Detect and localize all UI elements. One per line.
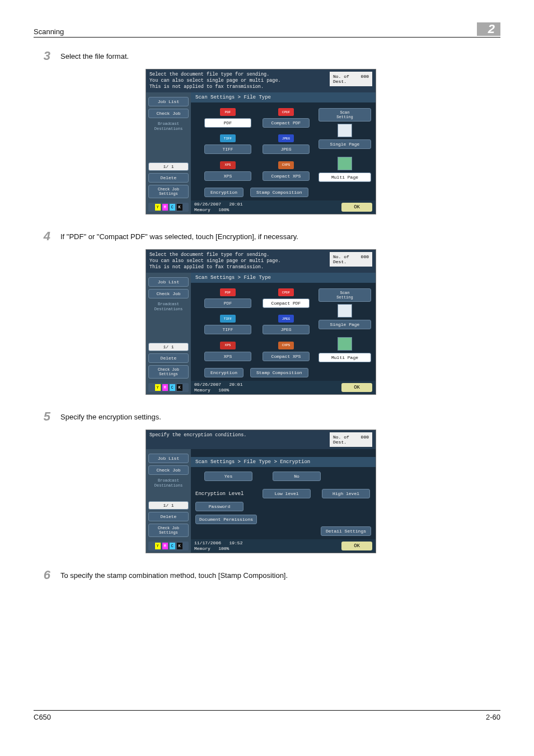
multi-page-label: Multi Page xyxy=(318,353,371,362)
page-header: Scanning 2 xyxy=(34,22,500,38)
check-job-settings-button[interactable]: Check Job Settings xyxy=(148,524,189,537)
pdf-icon: PDF xyxy=(220,288,236,296)
screenshot-encryption: Specify the encryption conditions. No. o… xyxy=(146,430,376,553)
delete-button[interactable]: Delete xyxy=(148,173,189,183)
breadcrumb: Scan Settings > File Type xyxy=(191,92,376,102)
stamp-composition-button[interactable]: Stamp Composition xyxy=(250,368,308,377)
scan-setting-label: Scan Setting xyxy=(318,288,371,302)
job-list-button[interactable]: Job List xyxy=(148,97,189,106)
breadcrumb: Scan Settings > File Type > Encryption xyxy=(191,457,376,467)
single-page-label: Single Page xyxy=(318,139,371,149)
xps-icon: XPS xyxy=(220,342,236,349)
check-job-settings-button[interactable]: Check Job Settings xyxy=(148,185,189,198)
job-list-button[interactable]: Job List xyxy=(148,277,189,287)
jpeg-icon: JPEG xyxy=(278,134,294,142)
encryption-no-button[interactable]: No xyxy=(273,472,321,481)
toner-c: C xyxy=(170,204,175,211)
panel-header-text: Specify the encryption conditions. xyxy=(149,432,330,438)
check-job-button[interactable]: Check Job xyxy=(148,109,189,118)
sidebar: Job List Check Job Broadcast Destination… xyxy=(146,92,191,214)
file-type-label: Compact XPS xyxy=(263,171,310,181)
file-type-xps[interactable]: XPS XPS xyxy=(204,161,251,182)
step-text: Specify the encryption settings. xyxy=(60,410,161,421)
encryption-yes-button[interactable]: Yes xyxy=(204,472,252,481)
file-type-tiff[interactable]: TIFF TIFF xyxy=(204,315,251,335)
file-type-compact-xps[interactable]: CXPS Compact XPS xyxy=(263,342,310,362)
toner-y: Y xyxy=(155,384,161,391)
scan-setting-icon xyxy=(338,304,352,318)
multi-page-tile[interactable]: Multi Page xyxy=(318,157,371,182)
step-number: 6 xyxy=(34,569,60,581)
file-type-label: Compact XPS xyxy=(263,352,310,361)
multi-page-tile[interactable]: Multi Page xyxy=(318,337,371,362)
dest-count-box: No. of Dest. 000 xyxy=(330,252,372,267)
check-job-settings-button[interactable]: Check Job Settings xyxy=(148,365,189,379)
page-footer: C650 2-60 xyxy=(34,710,500,721)
toner-k: K xyxy=(177,543,182,549)
dest-count: 000 xyxy=(361,254,369,264)
file-type-compact-xps[interactable]: CXPS Compact XPS xyxy=(263,161,310,182)
delete-button[interactable]: Delete xyxy=(148,353,189,363)
file-type-compact-pdf[interactable]: CPDF Compact PDF xyxy=(263,288,310,309)
dest-label: No. of Dest. xyxy=(333,435,349,445)
scan-setting-tile[interactable]: Scan Setting Single Page xyxy=(318,108,371,149)
toner-c: C xyxy=(170,543,175,549)
file-type-label: Compact PDF xyxy=(263,118,310,128)
file-type-xps[interactable]: XPS XPS xyxy=(204,342,251,362)
chapter-number: 2 xyxy=(477,22,500,36)
file-type-label: XPS xyxy=(204,352,251,361)
encryption-button[interactable]: Encryption xyxy=(204,368,243,377)
low-level-button[interactable]: Low level xyxy=(263,489,311,498)
detail-settings-button[interactable]: Detail Settings xyxy=(321,526,371,536)
file-type-pdf[interactable]: PDF PDF xyxy=(204,108,251,129)
panel-header-text: Select the document file type for sendin… xyxy=(149,72,330,90)
file-type-label: JPEG xyxy=(263,144,310,154)
toner-c: C xyxy=(170,384,175,391)
file-type-label: PDF xyxy=(204,118,251,128)
broadcast-label: Broadcast Destinations xyxy=(148,478,189,488)
footer-status: 09/26/2007 20:01 Memory 100% xyxy=(194,382,242,393)
footer-status: 09/26/2007 20:01 Memory 100% xyxy=(194,202,242,213)
cpdf-icon: CPDF xyxy=(278,288,294,296)
multi-page-icon xyxy=(338,337,352,351)
file-type-compact-pdf[interactable]: CPDF Compact PDF xyxy=(263,108,310,129)
toner-y: Y xyxy=(155,543,161,549)
jpeg-icon: JPEG xyxy=(278,315,294,323)
encryption-button[interactable]: Encryption xyxy=(204,188,243,197)
step-number: 4 xyxy=(34,230,60,242)
panel-header-text: Select the document file type for sendin… xyxy=(149,252,330,270)
job-list-button[interactable]: Job List xyxy=(148,454,189,463)
ok-button[interactable]: OK xyxy=(341,383,372,392)
ok-button[interactable]: OK xyxy=(341,203,372,212)
password-button[interactable]: Password xyxy=(195,502,243,511)
stamp-composition-button[interactable]: Stamp Composition xyxy=(250,188,308,197)
scan-setting-label: Scan Setting xyxy=(318,108,371,122)
pager: 1/ 1 xyxy=(148,343,189,351)
step-text: To specify the stamp combination method,… xyxy=(60,569,288,580)
page-number: 2-60 xyxy=(486,713,500,721)
file-type-jpeg[interactable]: JPEG JPEG xyxy=(263,315,310,335)
file-type-label: XPS xyxy=(204,171,251,181)
scan-setting-tile[interactable]: Scan Setting Single Page xyxy=(318,288,371,329)
broadcast-label: Broadcast Destinations xyxy=(148,302,189,312)
file-type-label: PDF xyxy=(204,298,251,308)
delete-button[interactable]: Delete xyxy=(148,512,189,521)
step-text: Select the file format. xyxy=(60,50,129,60)
file-type-tiff[interactable]: TIFF TIFF xyxy=(204,134,251,155)
file-type-jpeg[interactable]: JPEG JPEG xyxy=(263,134,310,155)
tiff-icon: TIFF xyxy=(220,315,236,323)
check-job-button[interactable]: Check Job xyxy=(148,465,189,475)
document-permissions-button[interactable]: Document Permissions xyxy=(195,515,257,524)
scan-setting-icon xyxy=(338,124,352,137)
step-5: 5 Specify the encryption settings. xyxy=(34,410,500,423)
dest-count-box: No. of Dest. 000 xyxy=(330,432,372,447)
file-type-pdf[interactable]: PDF PDF xyxy=(204,288,251,309)
high-level-button[interactable]: High level xyxy=(322,489,370,498)
encryption-level-label: Encryption Level xyxy=(195,491,251,497)
file-type-label: Compact PDF xyxy=(263,298,310,308)
pdf-icon: PDF xyxy=(220,108,236,116)
check-job-button[interactable]: Check Job xyxy=(148,289,189,298)
footer-status: 11/17/2006 19:52 Memory 100% xyxy=(194,540,242,552)
sidebar: Job List Check Job Broadcast Destination… xyxy=(146,449,191,553)
ok-button[interactable]: OK xyxy=(341,542,372,550)
